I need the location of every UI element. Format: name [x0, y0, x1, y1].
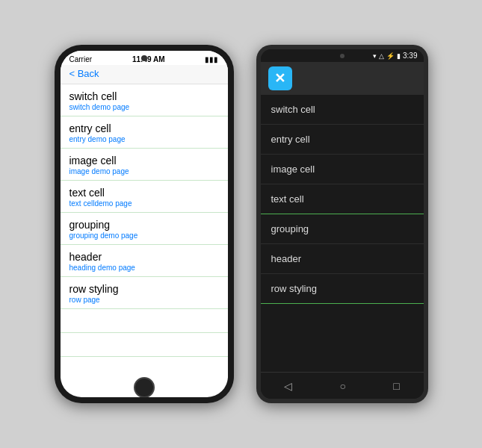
list-item[interactable]: switch cell switch demo page	[61, 84, 228, 116]
battery-icon: ▮	[397, 52, 401, 60]
item-subtitle: entry demo page	[69, 135, 219, 143]
empty-row	[61, 333, 228, 357]
list-item[interactable]: grouping grouping demo page	[61, 213, 228, 245]
list-item[interactable]: header heading demo page	[61, 245, 228, 277]
item-title: grouping	[69, 219, 219, 231]
item-title: header	[271, 253, 301, 264]
item-title: text cell	[271, 193, 304, 205]
item-title: row styling	[69, 283, 219, 295]
ios-home-button[interactable]	[134, 377, 155, 397]
list-item[interactable]: switch cell	[261, 95, 424, 125]
item-title: row styling	[271, 283, 317, 294]
ios-back-button[interactable]: < Back	[69, 68, 219, 79]
ios-battery: ▮▮▮	[205, 55, 218, 63]
item-title: text cell	[69, 187, 219, 199]
list-item[interactable]: entry cell	[261, 125, 424, 155]
empty-row	[61, 309, 228, 333]
item-title: entry cell	[69, 122, 219, 134]
android-header: ✕	[261, 62, 424, 95]
item-subtitle: switch demo page	[69, 103, 219, 111]
item-subtitle: row page	[69, 296, 219, 304]
android-screen: ▾ △ ⚡ ▮ 3:39 ✕ switch cell entry cell im…	[261, 49, 424, 399]
ios-home-area	[61, 378, 228, 397]
empty-row	[61, 357, 228, 378]
list-item[interactable]: image cell image demo page	[61, 149, 228, 181]
item-title: header	[69, 251, 219, 263]
ios-phone: Carrier 11:49 AM ▮▮▮ < Back switch cell …	[55, 45, 234, 403]
list-item[interactable]: text cell text celldemo page	[61, 181, 228, 213]
item-title: switch cell	[271, 104, 315, 115]
list-item[interactable]: header	[261, 244, 424, 274]
item-title: switch cell	[69, 90, 219, 102]
ios-carrier: Carrier	[69, 55, 93, 63]
list-item[interactable]: row styling	[261, 274, 424, 304]
home-nav-icon[interactable]: ○	[340, 380, 346, 392]
charge-icon: ⚡	[386, 52, 395, 60]
android-status-icons: ▾ △ ⚡ ▮ 3:39	[373, 52, 417, 60]
item-subtitle: grouping demo page	[69, 231, 219, 240]
signal-icon: △	[379, 52, 384, 60]
recent-nav-icon[interactable]: □	[393, 380, 399, 392]
list-item[interactable]: grouping	[261, 214, 424, 244]
item-title: entry cell	[271, 134, 310, 145]
ios-nav-bar: < Back	[61, 65, 228, 84]
item-title: image cell	[69, 155, 219, 167]
item-subtitle: heading demo page	[69, 264, 219, 272]
list-item[interactable]: text cell	[261, 184, 424, 214]
back-nav-icon[interactable]: ◁	[284, 380, 292, 392]
android-list: switch cell entry cell image cell text c…	[261, 95, 424, 372]
wifi-icon: ▾	[373, 52, 377, 60]
android-time: 3:39	[403, 52, 417, 60]
android-camera	[340, 54, 344, 58]
ios-time: 11:49 AM	[132, 55, 165, 63]
list-item[interactable]: image cell	[261, 155, 424, 184]
ios-camera	[141, 55, 147, 61]
item-title: grouping	[271, 223, 309, 234]
list-item[interactable]: row styling row page	[61, 277, 228, 309]
app-icon-symbol: ✕	[274, 70, 285, 87]
ios-list: switch cell switch demo page entry cell …	[61, 84, 228, 378]
android-phone: ▾ △ ⚡ ▮ 3:39 ✕ switch cell entry cell im…	[256, 45, 428, 403]
item-subtitle: image demo page	[69, 167, 219, 175]
android-nav-bar: ◁ ○ □	[261, 372, 424, 399]
item-subtitle: text celldemo page	[69, 199, 219, 208]
ios-screen: Carrier 11:49 AM ▮▮▮ < Back switch cell …	[61, 51, 228, 397]
android-app-icon: ✕	[268, 66, 292, 90]
item-title: image cell	[271, 164, 315, 175]
list-item[interactable]: entry cell entry demo page	[61, 116, 228, 149]
